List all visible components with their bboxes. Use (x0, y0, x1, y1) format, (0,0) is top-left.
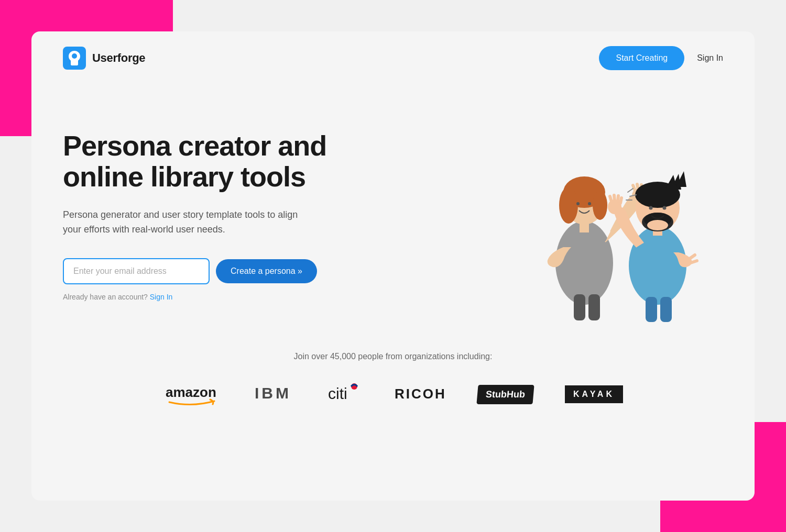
email-input[interactable] (63, 258, 210, 284)
svg-text:RICOH: RICOH (395, 386, 446, 402)
svg-point-2 (555, 221, 613, 305)
svg-point-1 (72, 53, 77, 59)
svg-line-34 (628, 189, 633, 192)
citi-svg: citi (325, 380, 362, 406)
logo-stubhub: StubHub (477, 385, 533, 404)
svg-line-29 (614, 195, 615, 201)
already-account-text: Already have an account? Sign In (63, 293, 388, 301)
logos-row: amazon IBM citi (63, 380, 723, 408)
main-card: Userforge Start Creating Sign In Persona… (31, 31, 755, 501)
svg-line-30 (618, 196, 618, 201)
illustration-svg (503, 95, 723, 331)
svg-point-6 (593, 191, 607, 220)
logo-ibm: IBM (252, 380, 294, 408)
hero-content: Persona creator and online library tools… (63, 130, 388, 301)
sign-in-link[interactable]: Sign In (150, 293, 173, 301)
hero-illustration (503, 95, 723, 331)
kayak-badge: KAYAK (565, 385, 623, 403)
svg-rect-39 (646, 297, 657, 322)
logo-citi: citi (325, 380, 362, 408)
svg-text:amazon: amazon (166, 384, 216, 400)
logo-kayak: KAYAK (565, 385, 623, 403)
hero-title: Persona creator and online library tools (63, 130, 388, 193)
logos-tagline: Join over 45,000 people from organizatio… (63, 352, 723, 361)
header-actions: Start Creating Sign In (599, 46, 723, 70)
hero-section: Persona creator and online library tools… (31, 85, 755, 336)
svg-line-31 (620, 198, 621, 203)
svg-point-5 (559, 187, 578, 224)
svg-rect-37 (574, 294, 585, 320)
start-creating-button[interactable]: Start Creating (599, 46, 684, 70)
logo-ricoh: RICOH (394, 380, 446, 408)
logos-section: Join over 45,000 people from organizatio… (31, 336, 755, 429)
svg-rect-40 (660, 297, 672, 322)
stubhub-badge: StubHub (476, 385, 534, 404)
svg-point-23 (649, 206, 653, 210)
email-form: Create a persona » (63, 258, 388, 284)
svg-rect-9 (580, 222, 589, 232)
logo-amazon: amazon (163, 380, 221, 408)
ibm-svg: IBM (252, 380, 294, 406)
amazon-svg: amazon (163, 380, 221, 406)
svg-line-11 (633, 185, 635, 191)
svg-text:citi: citi (328, 385, 347, 402)
hero-subtitle: Persona generator and user story templat… (63, 207, 314, 238)
svg-line-32 (690, 255, 695, 259)
logo-text: Userforge (92, 51, 145, 65)
svg-rect-38 (588, 294, 600, 320)
logo-area: Userforge (63, 47, 145, 70)
ricoh-svg: RICOH (394, 380, 446, 406)
svg-point-24 (663, 206, 667, 210)
sign-in-header-button[interactable]: Sign In (697, 53, 723, 63)
svg-point-8 (588, 202, 591, 205)
userforge-logo-icon (63, 47, 86, 70)
header: Userforge Start Creating Sign In (31, 31, 755, 85)
svg-line-28 (610, 196, 612, 202)
svg-line-33 (691, 261, 697, 263)
svg-point-7 (576, 202, 580, 205)
svg-point-26 (647, 220, 668, 230)
svg-text:IBM: IBM (255, 384, 291, 402)
create-persona-button[interactable]: Create a persona » (216, 259, 317, 283)
